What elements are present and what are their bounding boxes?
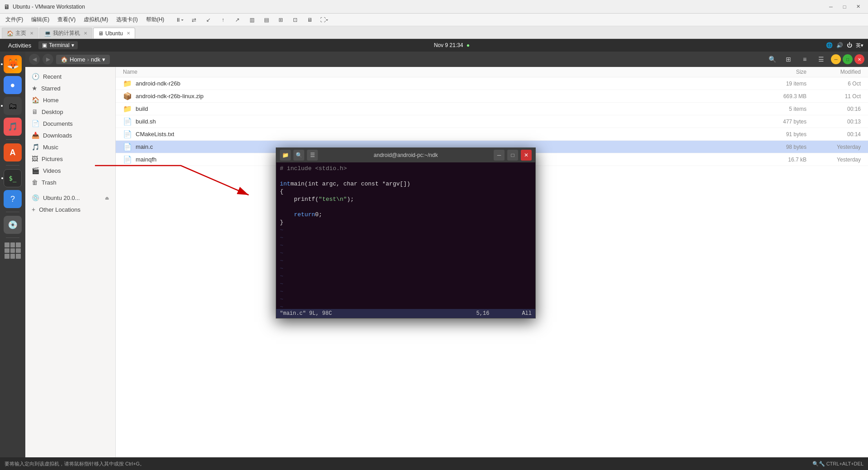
- vim-line-3: int main(int argc, char const *argv[]): [280, 180, 532, 188]
- toolbar-btn3[interactable]: ↑: [217, 15, 229, 25]
- panel-right: 🌐 🔊 ⏻ 英▾: [826, 42, 863, 49]
- fm-search-button[interactable]: 🔍: [766, 53, 778, 66]
- toolbar-fullscreen[interactable]: ⛶▾: [318, 15, 330, 25]
- fm-close-button[interactable]: ✕: [854, 54, 864, 64]
- dock-chrome[interactable]: ●: [4, 76, 22, 94]
- toolbar-split-horiz[interactable]: ▤: [260, 15, 273, 25]
- fm-view-grid-button[interactable]: ⊞: [782, 53, 795, 66]
- volume-icon: 🔊: [836, 42, 843, 48]
- sidebar-item-home[interactable]: 🏠 Home: [25, 94, 115, 106]
- file-modified: 00:16: [807, 106, 861, 112]
- vim-code-text: }: [280, 219, 283, 227]
- vmware-titlebar: 🖥 Ubuntu - VMware Workstation ─ □ ✕: [0, 0, 868, 14]
- term-maximize-button[interactable]: □: [507, 150, 518, 161]
- toolbar-btn1[interactable]: ⇄: [188, 15, 200, 25]
- tab-home[interactable]: 🏠 主页 ✕: [2, 28, 38, 38]
- sidebar-item-label-downloads: Downloads: [43, 132, 72, 139]
- activities-button[interactable]: Activities: [5, 42, 35, 49]
- panel-datetime[interactable]: Nov 9 21:34 ●: [434, 42, 470, 48]
- sidebar-item-ubuntu-drive[interactable]: 💿 Ubuntu 20.0... ⏏: [25, 192, 115, 204]
- terminal-menu[interactable]: ▣ Terminal ▾: [38, 41, 77, 49]
- dock-terminal[interactable]: $_: [4, 169, 22, 187]
- toolbar-btn2[interactable]: ↙: [202, 15, 215, 25]
- sidebar-item-starred[interactable]: ★ Starred: [25, 82, 115, 94]
- fm-view-list-button[interactable]: ≡: [798, 53, 811, 66]
- panel-left: Activities ▣ Terminal ▾: [5, 41, 78, 49]
- term-menu-button[interactable]: ☰: [307, 150, 318, 161]
- vim-code-text: # include <stdio.h>: [280, 165, 347, 173]
- vim-tilde-char: ~: [280, 265, 283, 273]
- sidebar-item-other-locations[interactable]: + Other Locations: [25, 204, 115, 215]
- toolbar-split-vert[interactable]: ▥: [245, 15, 258, 25]
- dock-help[interactable]: ?: [4, 190, 22, 208]
- dock-dot-files: [1, 105, 3, 107]
- fm-titlebar-right: 🔍 ⊞ ≡ ☰ ─ □ ✕: [766, 53, 864, 66]
- vim-all-text: All: [522, 310, 532, 317]
- dock-rhythmbox[interactable]: 🎵: [4, 118, 22, 136]
- menu-tabs[interactable]: 选项卡(I): [113, 14, 141, 25]
- toolbar-pause[interactable]: ⏸▾: [173, 15, 186, 25]
- fm-maximize-button[interactable]: □: [843, 54, 853, 64]
- close-button[interactable]: ✕: [852, 2, 864, 11]
- lang-indicator[interactable]: 英▾: [856, 42, 863, 49]
- path-home-label: Home: [70, 56, 85, 63]
- vim-tilde-9: ~: [280, 288, 532, 296]
- fm-minimize-button[interactable]: ─: [831, 54, 841, 64]
- sidebar-item-music[interactable]: 🎵 Music: [25, 141, 115, 153]
- term-search-button[interactable]: 🔍: [293, 150, 304, 161]
- table-row[interactable]: 📄 CMakeLists.txt 91 bytes 00:14: [116, 128, 868, 141]
- file-name: build: [136, 105, 752, 112]
- sidebar-item-videos[interactable]: 🎬 Videos: [25, 165, 115, 176]
- file-size: 98 bytes: [752, 144, 807, 150]
- eject-icon[interactable]: ⏏: [105, 195, 109, 200]
- term-folder-button[interactable]: 📁: [280, 150, 291, 161]
- tab-ubuntu[interactable]: 🖥 Ubuntu ✕: [93, 28, 135, 38]
- table-row[interactable]: 📁 build 5 items 00:16: [116, 103, 868, 115]
- menu-vm[interactable]: 虚拟机(M): [80, 14, 112, 25]
- menu-file[interactable]: 文件(F): [2, 14, 27, 25]
- table-row[interactable]: 📁 android-ndk-r26b 19 items 6 Oct: [116, 77, 868, 90]
- menu-view[interactable]: 查看(V): [54, 14, 79, 25]
- tab-mycomputer[interactable]: 💻 我的计算机 ✕: [39, 28, 92, 38]
- vim-code-text: [280, 204, 283, 211]
- toolbar-btn4[interactable]: ↗: [231, 15, 244, 25]
- sidebar-item-desktop[interactable]: 🖥 Desktop: [25, 106, 115, 118]
- sidebar-item-documents[interactable]: 📄 Documents: [25, 118, 115, 129]
- fm-forward-button[interactable]: ▶: [42, 54, 53, 65]
- dock-ubuntu-software[interactable]: A: [4, 143, 22, 161]
- term-minimize-button[interactable]: ─: [494, 150, 505, 161]
- tab-home-close[interactable]: ✕: [30, 31, 33, 36]
- sidebar-item-label-home: Home: [43, 97, 59, 104]
- videos-icon: 🎬: [32, 167, 39, 174]
- toolbar-btn6[interactable]: ⊡: [289, 15, 302, 25]
- tab-home-icon: 🏠: [7, 30, 14, 37]
- terminal-content[interactable]: # include <stdio.h> int main(int argc, c…: [276, 162, 535, 309]
- power-icon: ⏻: [847, 42, 852, 48]
- dock-firefox[interactable]: 🦊: [4, 55, 22, 73]
- menu-help[interactable]: 帮助(H): [142, 14, 168, 25]
- table-row[interactable]: 📦 android-ndk-r26b-linux.zip 669.3 MB 11…: [116, 90, 868, 103]
- vmware-tabs: 🏠 主页 ✕ 💻 我的计算机 ✕ 🖥 Ubuntu ✕: [0, 26, 868, 39]
- sidebar-item-trash[interactable]: 🗑 Trash: [25, 176, 115, 188]
- tab-ubuntu-close[interactable]: ✕: [127, 31, 130, 36]
- sidebar-item-recent[interactable]: 🕐 Recent: [25, 71, 115, 82]
- sidebar-item-downloads[interactable]: 📥 Downloads: [25, 129, 115, 141]
- dock-dvd[interactable]: 💿: [4, 216, 22, 234]
- toolbar-btn5[interactable]: ⊞: [274, 15, 287, 25]
- dock-files[interactable]: 🗂: [4, 97, 22, 115]
- sidebar-item-label-starred: Starred: [41, 85, 61, 92]
- sidebar-item-pictures[interactable]: 🖼 Pictures: [25, 153, 115, 165]
- minimize-button[interactable]: ─: [825, 2, 837, 11]
- toolbar-display[interactable]: 🖥: [303, 15, 316, 25]
- dock-apps-grid-btn[interactable]: [4, 242, 22, 260]
- table-row[interactable]: 📄 build.sh 477 bytes 00:13: [116, 115, 868, 128]
- fm-back-button[interactable]: ◀: [29, 54, 40, 65]
- fm-menu-button[interactable]: ☰: [815, 53, 827, 66]
- fm-path-bar[interactable]: 🏠 Home › ndk ▾: [56, 55, 110, 64]
- term-close-button[interactable]: ✕: [521, 150, 532, 161]
- sidebar-item-label-videos: Videos: [43, 167, 61, 174]
- tab-mycomputer-close[interactable]: ✕: [84, 31, 87, 36]
- restore-button[interactable]: □: [838, 2, 851, 11]
- menu-edit[interactable]: 编辑(E): [28, 14, 53, 25]
- sidebar-item-label-music: Music: [43, 144, 58, 151]
